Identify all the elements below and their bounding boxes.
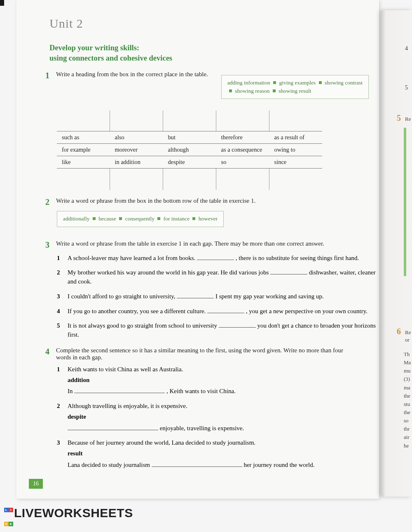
table-header-input[interactable] (57, 110, 110, 131)
table-footer-input[interactable] (216, 169, 269, 190)
gap-input[interactable] (270, 268, 307, 274)
gap-input[interactable] (219, 321, 256, 328)
exercise-instruction: Complete the second sentence so it has a… (56, 347, 344, 361)
text-part: In (68, 388, 74, 394)
box-word: giving examples (279, 80, 316, 86)
item-text: It is not always good to go straight fro… (68, 321, 379, 340)
text-part: enjoyable, travelling is expensive. (158, 425, 244, 431)
gap-item: 3 I couldn't afford to go straight to un… (57, 292, 379, 301)
table-row: such as also but therefore as a result o… (57, 131, 322, 144)
exercise-number: 1 (45, 71, 54, 80)
answer-line: Lana decided to study journalism her jou… (68, 461, 379, 470)
table-cell: so (216, 156, 269, 169)
bullet-icon (119, 217, 122, 220)
exercise-instruction: Write a word or phrase from the box in t… (56, 197, 255, 204)
table-row: like in addition despite so since (57, 156, 322, 169)
rp-number: 5 (405, 84, 408, 91)
given-word: result (68, 449, 379, 458)
item-number: 1 (57, 365, 63, 396)
gap-item: 2 My brother worked his way around the w… (57, 268, 379, 286)
gap-item: 5 It is not always good to go straight f… (57, 321, 379, 340)
transform-item: 1 Keith wants to visit China as well as … (57, 365, 379, 396)
transform-item: 2 Although travelling is enjoyable, it i… (57, 402, 379, 433)
connectors-table: such as also but therefore as a result o… (57, 110, 322, 190)
rp-line: Th (404, 350, 411, 359)
brand-footer: LI VE LIVEWORKSHEETS (4, 500, 133, 528)
rp-line: mu (404, 367, 411, 375)
exercise-items: 1 Keith wants to visit China as well as … (57, 365, 379, 470)
box-word: showing contrast (325, 80, 363, 86)
brand-icon: LI VE (4, 500, 13, 528)
gap-item: 1 A school-leaver may have learned a lot… (57, 254, 379, 263)
answer-line: enjoyable, travelling is expensive. (68, 424, 379, 433)
rp-exercise-number: 6 (397, 327, 401, 336)
table-cell: for example (57, 144, 110, 156)
text-part: It is not always good to go straight fro… (68, 322, 219, 329)
box-word: showing reason (235, 88, 269, 94)
table-cell: such as (57, 131, 110, 144)
worksheet-page: Unit 2 Develop your writing skills: usin… (16, 0, 379, 499)
rp-text: or (405, 336, 410, 344)
gap-input[interactable] (74, 387, 165, 393)
item-number: 1 (57, 254, 63, 263)
box-word: showing result (279, 88, 311, 94)
rp-line: he (404, 442, 411, 450)
exercise-number: 3 (45, 240, 54, 250)
item-text: I couldn't afford to go straight to univ… (68, 292, 379, 301)
word-box: adding information giving examples showi… (221, 75, 369, 99)
exercise-number: 2 (45, 197, 54, 207)
text-part: I spent my gap year working and saving u… (214, 293, 324, 300)
item-number: 3 (57, 292, 63, 301)
transform-item: 3 Because of her journey around the worl… (57, 438, 379, 469)
item-text: A school-leaver may have learned a lot f… (68, 254, 379, 263)
rp-text-block: Th Ma mu (3) ma the stu the so thr air h… (404, 350, 411, 450)
rp-line: stu (404, 400, 411, 408)
table-header-input[interactable] (163, 110, 216, 131)
table-footer-input[interactable] (269, 169, 323, 190)
text-part: Lana decided to study journalism (68, 462, 152, 468)
table-header-input[interactable] (269, 110, 323, 131)
gap-input[interactable] (207, 307, 244, 313)
section-heading: Develop your writing skills: using conne… (49, 43, 379, 63)
rp-line: ma (404, 384, 411, 392)
text-part: , there is no substitute for seeing thin… (234, 255, 359, 261)
bullet-icon (157, 217, 160, 220)
gap-input[interactable] (197, 254, 234, 260)
gap-input[interactable] (177, 292, 214, 298)
rp-line: Ma (404, 359, 411, 367)
table-cell: since (269, 156, 323, 169)
table-header-input[interactable] (216, 110, 269, 131)
box-word: for instance (164, 216, 190, 222)
exercise-4: 4 Complete the second sentence so it has… (45, 347, 379, 470)
table-cell: moreover (110, 144, 163, 156)
table-cell: also (110, 131, 163, 144)
table-footer-input[interactable] (110, 169, 163, 190)
item-number: 2 (57, 402, 63, 433)
text-part: If you go to another country, you see a … (68, 308, 207, 314)
text-part: My brother worked his way around the wor… (68, 269, 270, 276)
box-word: however (199, 216, 218, 222)
section-heading-line1: Develop your writing skills: (49, 44, 139, 52)
rp-text: Re (405, 115, 411, 123)
bullet-icon (192, 217, 195, 220)
word-box: additionally because consequently for in… (57, 211, 224, 227)
gap-input[interactable] (152, 461, 242, 467)
item-text: If you go to another country, you see a … (68, 307, 379, 316)
gap-input[interactable] (68, 424, 158, 430)
exercise-items: 1 A school-leaver may have learned a lot… (57, 254, 379, 340)
table-cell: but (163, 131, 216, 144)
exercise-number: 4 (45, 347, 54, 356)
table-cell: as a consequence (216, 144, 269, 156)
item-sentence: Although travelling is enjoyable, it is … (68, 403, 187, 409)
rp-line: thr (404, 425, 411, 433)
item-body: Because of her journey around the world,… (68, 438, 379, 469)
rp-line: the (404, 408, 411, 417)
table-header-input[interactable] (110, 110, 163, 131)
text-part: , you get a new perspective on your own … (244, 308, 368, 314)
table-footer-input[interactable] (57, 169, 110, 190)
table-footer-input[interactable] (163, 169, 216, 190)
exercise-instruction: Write a heading from the box in the corr… (56, 71, 208, 78)
section-heading-line2: using connectors and cohesive devices (49, 54, 172, 62)
text-part: I couldn't afford to go straight to univ… (68, 293, 177, 300)
item-number: 4 (57, 307, 63, 316)
